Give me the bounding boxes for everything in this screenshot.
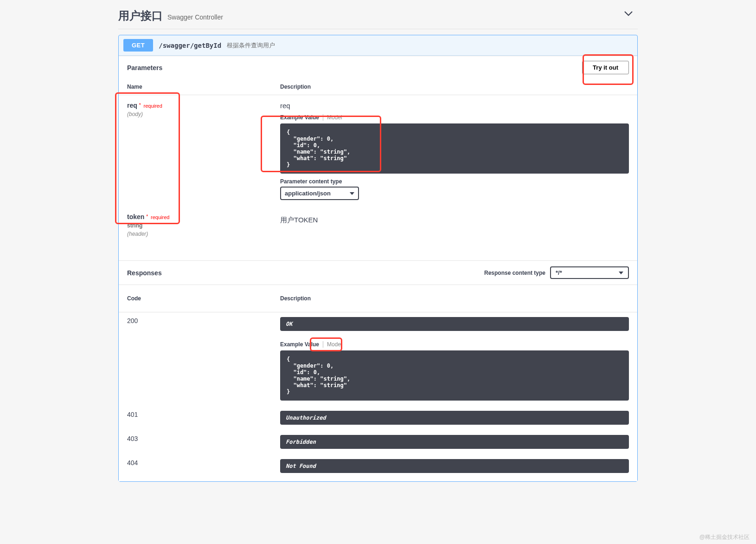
- col-header-description: Description: [280, 84, 629, 90]
- col-header-name: Name: [127, 84, 280, 90]
- response-code: 200: [127, 317, 280, 401]
- required-star-icon: *: [139, 103, 141, 108]
- param-row-req: req * required (body) req Example ValueM…: [119, 95, 637, 209]
- operation-path: /swagger/getById: [159, 42, 221, 49]
- try-it-out-button[interactable]: Try it out: [582, 61, 629, 74]
- response-description: OK: [280, 317, 629, 331]
- param-content-type-select[interactable]: application/json: [280, 187, 359, 200]
- param-description: 用户TOKEN: [280, 216, 629, 225]
- response-description: Unauthorized: [280, 411, 629, 425]
- response-row-403: 403 Forbidden: [119, 430, 637, 454]
- tab-model[interactable]: Model: [323, 341, 342, 348]
- operation-block: GET /swagger/getById 根据条件查询用户 Parameters…: [118, 35, 638, 482]
- response-description: Not Found: [280, 459, 629, 473]
- tab-example-value[interactable]: Example Value: [280, 114, 323, 121]
- response-content-type-select[interactable]: */*: [550, 266, 629, 279]
- response-description: Forbidden: [280, 435, 629, 449]
- param-name: token: [127, 213, 144, 220]
- param-row-token: token * required string (header) 用户TOKEN: [119, 209, 637, 260]
- response-row-401: 401 Unauthorized: [119, 406, 637, 430]
- response-row-404: 404 Not Found: [119, 454, 637, 481]
- section-subtitle: Swagger Controller: [167, 13, 223, 21]
- parameters-title: Parameters: [127, 64, 162, 71]
- param-in: (header): [127, 231, 280, 237]
- col-header-code: Code: [127, 295, 280, 302]
- section-title: 用户接口: [118, 8, 163, 23]
- required-star-icon: *: [146, 214, 148, 219]
- response-content-type-value: */*: [556, 269, 562, 276]
- response-code: 404: [127, 459, 280, 473]
- required-label: required: [151, 214, 169, 220]
- example-code-block[interactable]: { "gender": 0, "id": 0, "name": "string"…: [280, 123, 629, 174]
- param-in: (body): [127, 111, 280, 117]
- param-name: req: [127, 102, 137, 109]
- required-label: required: [143, 103, 162, 109]
- chevron-down-icon: [619, 272, 623, 274]
- response-row-200: 200 OK Example ValueModel { "gender": 0,…: [119, 312, 637, 406]
- response-code: 401: [127, 411, 280, 425]
- param-description: req: [280, 102, 629, 110]
- operation-header[interactable]: GET /swagger/getById 根据条件查询用户: [119, 35, 637, 56]
- operation-summary: 根据条件查询用户: [227, 41, 275, 50]
- http-method-badge: GET: [123, 39, 153, 52]
- chevron-down-icon[interactable]: [624, 10, 633, 17]
- param-content-type-value: application/json: [285, 190, 331, 197]
- response-code: 403: [127, 435, 280, 449]
- responses-title: Responses: [127, 269, 162, 277]
- tab-example-value[interactable]: Example Value: [280, 341, 323, 348]
- section-header[interactable]: 用户接口 Swagger Controller: [118, 0, 638, 29]
- param-content-type-label: Parameter content type: [280, 178, 629, 185]
- param-type: string: [127, 222, 280, 229]
- tab-model[interactable]: Model: [323, 114, 342, 121]
- chevron-down-icon: [350, 192, 354, 195]
- col-header-description: Description: [280, 295, 629, 302]
- response-content-type-label: Response content type: [484, 270, 545, 276]
- response-example-block[interactable]: { "gender": 0, "id": 0, "name": "string"…: [280, 350, 629, 401]
